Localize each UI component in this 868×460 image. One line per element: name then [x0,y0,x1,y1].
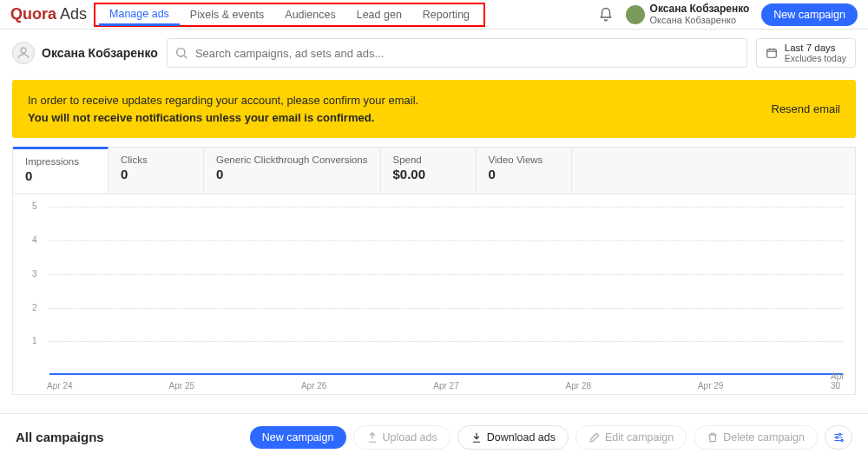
footer-new-campaign-button[interactable]: New campaign [250,426,346,449]
search-icon [174,46,188,60]
metric-conversions[interactable]: Generic Clickthrough Conversions 0 [204,148,381,194]
download-icon [470,431,483,444]
email-confirm-banner: In order to receive updates regarding yo… [12,80,856,138]
notifications-icon[interactable] [598,7,614,23]
primary-nav-highlight: Manage ads Pixels & events Audiences Lea… [94,3,485,27]
brand-logo: QuoraAds [10,5,87,23]
nav-lead-gen[interactable]: Lead gen [346,4,412,25]
header-user-sub: Оксана Кобзаренко [650,15,750,25]
account-name: Оксана Кобзаренко [42,46,158,60]
upload-icon [366,431,378,444]
svg-point-1 [177,49,185,56]
header-user-name: Оксана Кобзаренко [650,3,750,15]
account-selector[interactable]: Оксана Кобзаренко [12,42,158,64]
metrics-chart: 12345Apr 24Apr 25Apr 26Apr 27Apr 28Apr 2… [13,194,855,394]
footer-title: All campaigns [16,430,104,444]
nav-pixels-events[interactable]: Pixels & events [180,4,274,25]
svg-point-4 [836,436,838,437]
nav-manage-ads[interactable]: Manage ads [99,5,180,26]
trash-icon [707,431,719,444]
svg-point-3 [839,433,841,435]
upload-ads-button[interactable]: Upload ads [353,425,450,450]
svg-point-5 [841,439,843,441]
calendar-icon [766,47,778,59]
account-menu[interactable]: Оксана Кобзаренко Оксана Кобзаренко [626,3,750,25]
metric-spend[interactable]: Spend $0.00 [381,148,477,194]
resend-email-link[interactable]: Resend email [772,102,841,115]
edit-icon [589,431,601,444]
metric-impressions[interactable]: Impressions 0 [13,147,108,194]
user-circle-icon [12,42,35,64]
search-input[interactable] [167,38,747,68]
settings-button[interactable] [825,425,852,450]
nav-audiences[interactable]: Audiences [274,4,345,25]
nav-reporting[interactable]: Reporting [412,4,480,25]
download-ads-button[interactable]: Download ads [457,425,569,450]
svg-rect-2 [767,49,777,57]
metric-clicks[interactable]: Clicks 0 [108,148,204,194]
svg-point-0 [21,48,26,53]
delete-campaign-button[interactable]: Delete campaign [694,425,818,450]
edit-campaign-button[interactable]: Edit campaign [575,425,687,450]
new-campaign-button[interactable]: New campaign [761,3,858,26]
sliders-icon [832,431,845,444]
avatar [626,5,645,24]
metric-video-views[interactable]: Video Views 0 [477,148,572,194]
date-range-selector[interactable]: Last 7 days Excludes today [756,38,856,68]
chart-line [49,373,843,375]
